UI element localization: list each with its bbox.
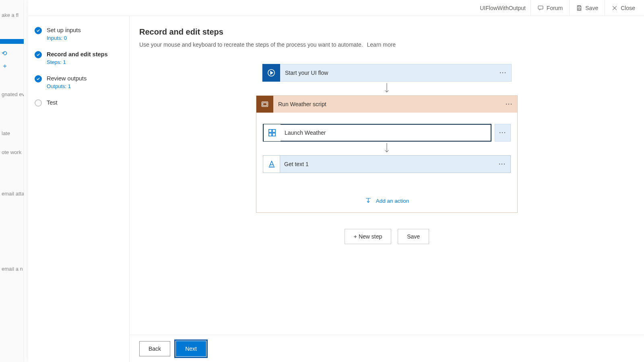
close-icon bbox=[611, 5, 618, 11]
script-header-label: Run Weather script bbox=[273, 101, 501, 107]
nav-step-label: Review outputs bbox=[47, 75, 87, 82]
background-panel: ake a fl ⟲ ＋ gnated even late ote work e… bbox=[0, 0, 24, 362]
flow-name: UIFlowWithOutput bbox=[480, 5, 530, 11]
card-menu-button[interactable]: ··· bbox=[495, 70, 511, 76]
nav-step-test[interactable]: Test bbox=[33, 95, 124, 112]
check-icon bbox=[35, 51, 42, 58]
substep-label: Launch Weather bbox=[281, 130, 491, 136]
window-icon bbox=[264, 124, 281, 141]
page-description: Use your mouse and keyboard to recreate … bbox=[139, 41, 634, 48]
bg-text: email a n bbox=[0, 263, 24, 274]
main-canvas: Record and edit steps Use your mouse and… bbox=[130, 16, 644, 362]
text-icon bbox=[263, 156, 280, 173]
nav-step-label: Test bbox=[47, 99, 58, 107]
page-title: Record and edit steps bbox=[139, 27, 634, 37]
svg-rect-0 bbox=[538, 6, 543, 9]
chat-icon bbox=[537, 5, 544, 11]
substep-label: Get text 1 bbox=[280, 161, 494, 167]
bg-text: late bbox=[0, 128, 24, 139]
nav-step-sub: Steps: 1 bbox=[47, 59, 107, 65]
script-header[interactable]: Run Weather script ··· bbox=[256, 96, 517, 113]
svg-rect-5 bbox=[263, 103, 267, 106]
add-action-button[interactable]: Add an action bbox=[365, 197, 409, 204]
svg-rect-6 bbox=[269, 130, 272, 132]
nav-step-label: Record and edit steps bbox=[47, 51, 107, 58]
start-flow-card[interactable]: Start your UI flow ··· bbox=[262, 64, 512, 82]
check-icon bbox=[35, 75, 42, 82]
progress-nav: Set up inputs Inputs: 0 Record and edit … bbox=[28, 16, 130, 362]
nav-step-label: Set up inputs bbox=[47, 27, 81, 34]
nav-step-review-outputs[interactable]: Review outputs Outputs: 1 bbox=[33, 71, 124, 95]
substep-menu-button[interactable]: ··· bbox=[494, 161, 510, 167]
script-icon bbox=[256, 96, 273, 113]
circle-icon bbox=[35, 99, 42, 107]
script-block: Run Weather script ··· Launch Weathe bbox=[256, 95, 518, 213]
script-menu-button[interactable]: ··· bbox=[501, 101, 517, 107]
bg-text: gnated even bbox=[0, 89, 24, 100]
nav-step-record-edit[interactable]: Record and edit steps Steps: 1 bbox=[33, 47, 124, 71]
card-label: Start your UI flow bbox=[280, 70, 495, 76]
nav-step-sub: Inputs: 0 bbox=[47, 35, 81, 41]
learn-more-link[interactable]: Learn more bbox=[367, 41, 396, 48]
substep-get-text[interactable]: Get text 1 ··· bbox=[263, 155, 511, 173]
nav-step-sub: Outputs: 1 bbox=[47, 83, 87, 89]
bg-text: email attac bbox=[0, 188, 24, 199]
check-icon bbox=[35, 27, 42, 34]
save-icon bbox=[576, 5, 582, 11]
svg-rect-9 bbox=[272, 133, 275, 136]
svg-rect-1 bbox=[578, 6, 580, 7]
svg-rect-7 bbox=[272, 130, 275, 132]
save-button[interactable]: Save bbox=[569, 0, 605, 16]
save-flow-button[interactable]: Save bbox=[398, 229, 429, 244]
svg-rect-8 bbox=[269, 133, 272, 136]
play-icon bbox=[262, 64, 280, 82]
next-button[interactable]: Next bbox=[176, 341, 206, 356]
wizard-footer: Back Next bbox=[130, 335, 644, 362]
flow-column: Start your UI flow ··· Run Weathe bbox=[262, 64, 512, 244]
add-action-icon bbox=[365, 197, 372, 204]
mid-button-row: + New step Save bbox=[262, 229, 512, 244]
bg-title: ake a fl bbox=[0, 10, 24, 21]
back-button[interactable]: Back bbox=[139, 341, 170, 356]
new-step-button[interactable]: + New step bbox=[345, 229, 391, 244]
svg-rect-2 bbox=[578, 8, 580, 10]
close-button[interactable]: Close bbox=[605, 0, 642, 16]
top-bar: UIFlowWithOutput Forum Save Close bbox=[28, 0, 644, 16]
nav-step-setup-inputs[interactable]: Set up inputs Inputs: 0 bbox=[33, 23, 124, 47]
bg-text: ote work bbox=[0, 147, 24, 158]
arrow-icon bbox=[382, 142, 392, 155]
substep-launch-weather[interactable]: Launch Weather bbox=[263, 124, 491, 142]
arrow-icon bbox=[382, 82, 392, 95]
forum-button[interactable]: Forum bbox=[530, 0, 569, 16]
flow-designer-modal: UIFlowWithOutput Forum Save Close Set up… bbox=[28, 0, 644, 362]
substep-menu-button[interactable]: ··· bbox=[495, 124, 511, 142]
